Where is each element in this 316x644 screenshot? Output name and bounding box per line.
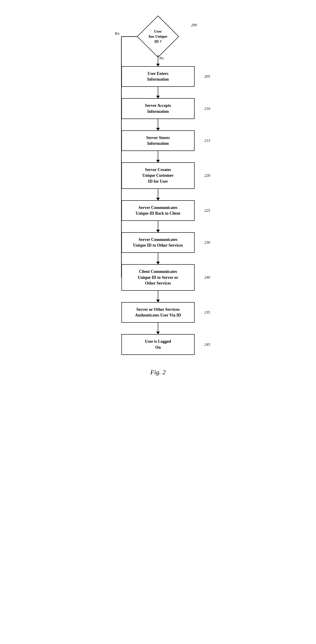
step-225-label: 225 xyxy=(204,208,210,213)
step-225-box: Server Communicates Unique ID Back to Cl… xyxy=(121,200,195,221)
arrow-230-to-240 xyxy=(158,253,159,264)
step-210-row: Server Accepts Information 210 xyxy=(121,98,195,119)
arrow-210-to-215 xyxy=(158,119,159,130)
step-245-label: 245 xyxy=(204,342,210,347)
arrow-diamond-to-205 xyxy=(158,55,159,66)
svg-text:Yes: Yes xyxy=(114,31,120,36)
step-200-label: 200 xyxy=(191,23,197,28)
arrow-225-to-230 xyxy=(158,221,159,232)
arrow-240-to-235 xyxy=(158,291,159,302)
figure-caption: Fig. 2 xyxy=(150,368,166,376)
step-220-label: 220 xyxy=(204,173,210,178)
step-240-label: 240 xyxy=(204,275,210,280)
step-205-row: User Enters Information 205 xyxy=(121,66,195,87)
diamond-shape: User has Unique ID ? xyxy=(140,18,176,55)
step-210-label: 210 xyxy=(204,106,210,112)
step-215-box: Server Stores Information 215 xyxy=(121,130,195,151)
step-205-label: 205 xyxy=(204,74,210,79)
decision-text: User has Unique ID ? xyxy=(149,29,167,44)
step-230-box: Server Communicates Unique ID to Other S… xyxy=(121,232,195,253)
step-245-row: User is Logged On 245 xyxy=(121,334,195,355)
step-230-row: Server Communicates Unique ID to Other S… xyxy=(121,232,195,253)
step-235-box: Server or Other Services Authenticates U… xyxy=(121,302,195,323)
arrow-215-to-220 xyxy=(158,151,159,162)
step-220-box: Server Creates Unique Customer ID for Us… xyxy=(121,162,195,189)
step-240-row: Client Communicates Unique ID to Server … xyxy=(121,264,195,291)
arrow-235-to-245 xyxy=(158,323,159,334)
page: YesNo User has Unique ID ? 200 User Ente… xyxy=(78,9,238,376)
step-240-box: Client Communicates Unique ID to Server … xyxy=(121,264,195,291)
flowchart: YesNo User has Unique ID ? 200 User Ente… xyxy=(78,14,238,355)
decision-node: User has Unique ID ? 200 xyxy=(140,18,176,55)
step-205-box: User Enters Information 205 xyxy=(121,66,195,87)
svg-text:No: No xyxy=(159,56,164,60)
step-245-box: User is Logged On 245 xyxy=(121,334,195,355)
step-225-row: Server Communicates Unique ID Back to Cl… xyxy=(121,200,195,221)
step-235-label: 235 xyxy=(204,310,210,315)
arrow-205-to-210 xyxy=(158,87,159,98)
step-210-box: Server Accepts Information 210 xyxy=(121,98,195,119)
step-215-label: 215 xyxy=(204,138,210,144)
step-230-label: 230 xyxy=(204,240,210,245)
step-235-row: Server or Other Services Authenticates U… xyxy=(121,302,195,323)
step-220-row: Server Creates Unique Customer ID for Us… xyxy=(121,162,195,189)
arrow-220-to-225 xyxy=(158,189,159,200)
step-215-row: Server Stores Information 215 xyxy=(121,130,195,151)
